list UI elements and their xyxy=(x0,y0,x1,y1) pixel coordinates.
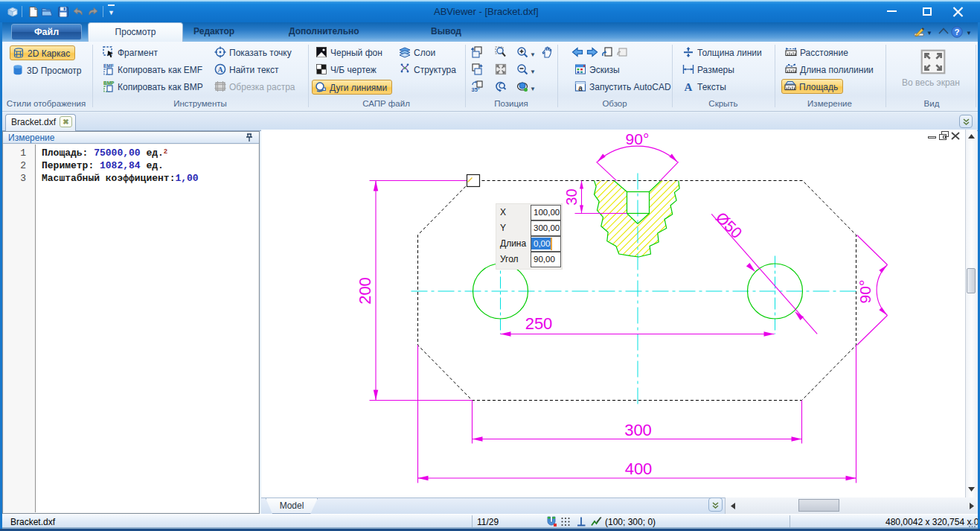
svg-text:a: a xyxy=(578,84,583,92)
svg-text:BMP: BMP xyxy=(103,80,115,86)
svg-text:A: A xyxy=(217,66,223,74)
svg-text:250: 250 xyxy=(525,314,553,333)
svg-text:?: ? xyxy=(954,28,959,36)
svg-text:30: 30 xyxy=(563,188,580,205)
svg-text:35°: 35° xyxy=(472,86,480,93)
svg-text:EMF: EMF xyxy=(103,63,114,69)
svg-text:Ø50: Ø50 xyxy=(713,209,746,241)
svg-text:200: 200 xyxy=(356,277,374,305)
svg-text:90°: 90° xyxy=(626,130,650,147)
svg-text:90°: 90° xyxy=(856,280,874,304)
svg-text:A: A xyxy=(685,81,693,93)
svg-text:300: 300 xyxy=(624,421,652,439)
svg-text:400: 400 xyxy=(625,460,653,478)
